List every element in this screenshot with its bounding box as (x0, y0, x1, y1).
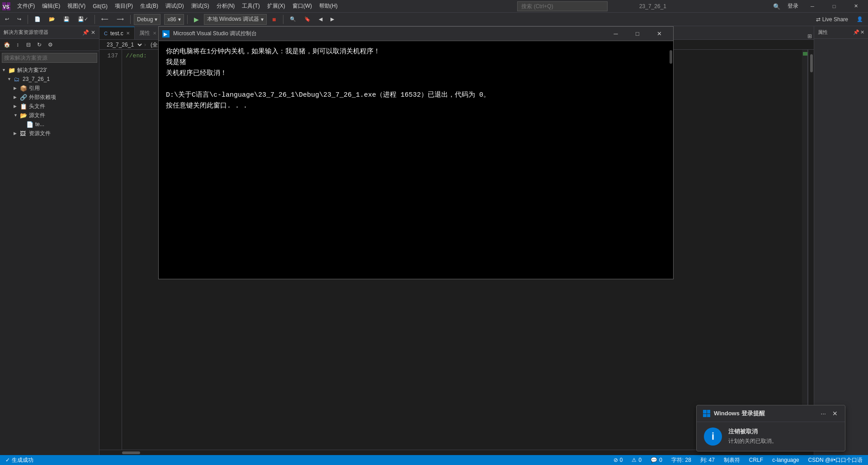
find-button[interactable]: 🔍 (287, 14, 299, 25)
status-build-result[interactable]: ✓ 生成成功 (4, 455, 35, 465)
search-icon: 🔍 (773, 3, 780, 9)
tab-testc-close[interactable]: ✕ (126, 31, 130, 36)
menu-debug[interactable]: 调试(D) (162, 0, 188, 13)
undo2-button[interactable]: ⟵ (98, 14, 112, 25)
toast-close-button[interactable]: ✕ (830, 410, 840, 417)
solution-tree: ▼ 📁 解决方案'23' ▼ 🗂 23_7_26_1 ▶ 📦 引用 ▶ 🔗 外部… (0, 65, 99, 455)
live-share-label: Live Share (822, 16, 848, 23)
menu-window[interactable]: 窗口(W) (289, 0, 316, 13)
platform-dropdown[interactable]: x86 ▾ (164, 14, 184, 25)
tree-resource-files[interactable]: ▶ 🖼 资源文件 (0, 129, 99, 138)
tab-properties[interactable]: 属性 ✕ (135, 27, 161, 39)
menu-test[interactable]: 测试(S) (188, 0, 213, 13)
sidebar-settings-btn[interactable]: ⚙ (45, 40, 55, 50)
undo-button[interactable]: ↩ (2, 14, 12, 25)
tab-testc-label: test.c (110, 30, 123, 37)
toast-menu-button[interactable]: ··· (819, 410, 828, 417)
close-button[interactable]: ✕ (845, 0, 866, 13)
menu-build[interactable]: 生成(B) (137, 0, 162, 13)
open-file-button[interactable]: 📂 (46, 14, 58, 25)
menu-tools[interactable]: 工具(T) (238, 0, 263, 13)
tab-testc[interactable]: C test.c ✕ (99, 27, 135, 39)
menu-git[interactable]: Git(G) (89, 0, 111, 13)
toast-content: 注销被取消 计划的关闭已取消。 (728, 427, 777, 445)
debug-config-dropdown[interactable]: Debug ▾ (134, 14, 160, 25)
console-maximize-btn[interactable]: □ (627, 27, 648, 41)
search-input[interactable] (517, 1, 608, 11)
char-pos-label: 字符: 28 (671, 456, 691, 464)
menu-file[interactable]: 文件(F) (14, 0, 38, 13)
status-warnings[interactable]: ⚠ 0 (630, 455, 643, 465)
properties-pin-icon[interactable]: 📌 (853, 29, 859, 35)
nav-back-button[interactable]: ◀ (316, 14, 326, 25)
save-all-button[interactable]: 💾✓ (75, 14, 91, 25)
tab-label: 制表符 (724, 456, 740, 464)
console-line-6: 按任意键关闭此窗口. . . (166, 101, 666, 112)
sidebar-search-input[interactable] (2, 53, 97, 63)
nav-forward-button[interactable]: ▶ (327, 14, 337, 25)
sidebar: 解决方案资源管理器 📌 ✕ 🏠 ↕ ⊟ ↻ ⚙ ▼ 📁 解决方案'23' (0, 26, 99, 455)
account-button[interactable]: 👤 (854, 14, 866, 25)
toast-info-symbol: i (712, 431, 714, 442)
login-button[interactable]: 登录 (784, 0, 802, 13)
console-close-btn[interactable]: ✕ (649, 27, 670, 41)
status-messages[interactable]: 💬 0 (649, 455, 664, 465)
tab-expand-icon[interactable]: ⊞ (807, 33, 812, 39)
vertical-scrollbar[interactable] (808, 50, 814, 450)
tree-test-file[interactable]: ▶ 📄 te... (0, 120, 99, 129)
sidebar-close-icon[interactable]: ✕ (91, 29, 95, 36)
sidebar-expand-btn[interactable]: ↕ (13, 40, 23, 50)
properties-panel: 属性 📌 ✕ (814, 26, 868, 455)
status-lang[interactable]: c-language (770, 455, 801, 465)
menu-extensions[interactable]: 扩展(X) (264, 0, 289, 13)
notification-toast: Windows 登录提醒 ··· ✕ i 注销被取消 计划的关闭已取消。 (696, 405, 845, 451)
menu-view[interactable]: 视图(V) (64, 0, 89, 13)
minimize-button[interactable]: ─ (802, 0, 823, 13)
stop-button[interactable]: ⏹ (269, 14, 280, 25)
res-arrow: ▶ (14, 131, 20, 136)
tree-extern-deps[interactable]: ▶ 🔗 外部依赖项 (0, 93, 99, 102)
run-button[interactable]: ▶ (191, 14, 202, 25)
tree-header-files[interactable]: ▶ 📋 头文件 (0, 102, 99, 111)
code-line-137: //end: (126, 52, 147, 59)
sidebar-home-btn[interactable]: 🏠 (2, 40, 12, 50)
menu-edit[interactable]: 编辑(E) (38, 0, 64, 13)
menu-analyze[interactable]: 分析(N) (213, 0, 239, 13)
bookmark-button[interactable]: 🔖 (301, 14, 314, 25)
new-file-button[interactable]: 📄 (31, 14, 44, 25)
tree-references[interactable]: ▶ 📦 引用 (0, 84, 99, 93)
save-button[interactable]: 💾 (60, 14, 73, 25)
tab-properties-close[interactable]: ✕ (153, 31, 156, 36)
menu-help[interactable]: 帮助(H) (316, 0, 341, 13)
redo2-button[interactable]: ⟶ (113, 14, 127, 25)
sidebar-pin-icon[interactable]: 📌 (82, 29, 89, 36)
toast-message-title: 注销被取消 (728, 427, 777, 436)
menu-bar: VS 文件(F) 编辑(E) 视图(V) Git(G) 项目(P) 生成(B) … (0, 0, 868, 13)
tree-solution[interactable]: ▼ 📁 解决方案'23' (0, 66, 99, 75)
tree-source-files[interactable]: ▼ 📂 源文件 (0, 111, 99, 120)
sidebar-collapse-btn[interactable]: ⊟ (24, 40, 33, 50)
run-config-dropdown[interactable]: 本地 Windows 调试器 ▾ (204, 14, 267, 25)
console-minimize-btn[interactable]: ─ (605, 27, 626, 41)
live-share-button[interactable]: ⇄ Live Share (812, 15, 852, 23)
status-csdn[interactable]: CSDN @#•口口个口语 (807, 455, 864, 465)
console-scrollbar[interactable] (670, 50, 672, 64)
status-char-pos[interactable]: 字符: 28 (670, 455, 693, 465)
status-encoding[interactable]: CRLF (747, 455, 765, 465)
status-col[interactable]: 列: 47 (698, 455, 717, 465)
maximize-button[interactable]: □ (824, 0, 844, 13)
sidebar-title: 解决方案资源管理器 (4, 29, 48, 36)
status-tab[interactable]: 制表符 (722, 455, 742, 465)
console-body[interactable]: 你的电脑将在1分钟内关机，如果输入：我是猪，则可以取消关机程序！ 我是猪 关机程… (159, 41, 673, 279)
properties-close-icon[interactable]: ✕ (860, 29, 864, 35)
window-controls: ─ □ ✕ (802, 0, 866, 13)
tree-project[interactable]: ▼ 🗂 23_7_26_1 (0, 75, 99, 84)
col-label: 列: 47 (700, 456, 715, 464)
sidebar-refresh-btn[interactable]: ↻ (34, 40, 44, 50)
error-count: 0 (620, 457, 623, 463)
menu-project[interactable]: 项目(P) (111, 0, 137, 13)
solution-label: 解决方案'23' (17, 66, 47, 74)
redo-button[interactable]: ↪ (14, 14, 24, 25)
status-errors[interactable]: ⊘ 0 (612, 455, 625, 465)
breadcrumb-file-select[interactable]: 23_7_26_1 (103, 41, 143, 48)
